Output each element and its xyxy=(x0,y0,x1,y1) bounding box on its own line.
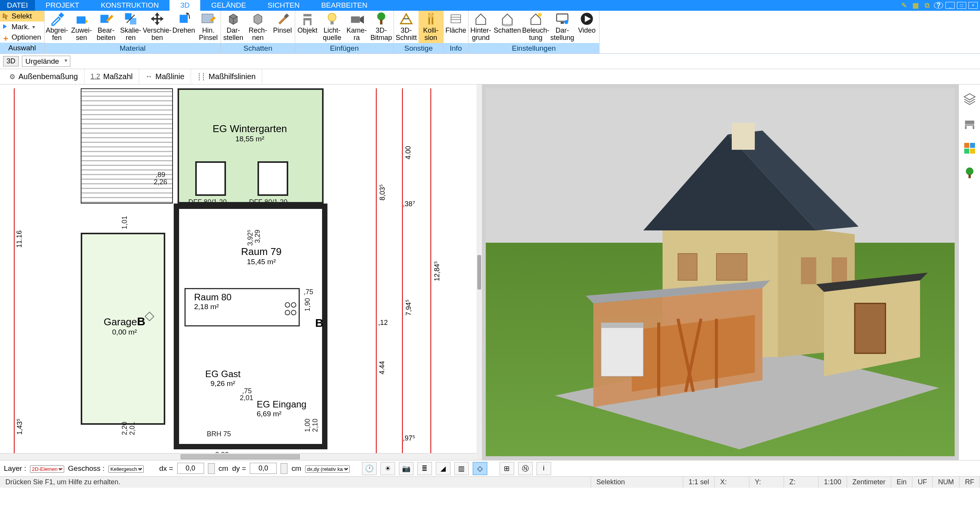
btn-abgreifen[interactable]: Abgrei-fen xyxy=(45,11,69,43)
btn-flaeche[interactable]: Fläche xyxy=(443,11,468,43)
scroll-thumb[interactable] xyxy=(181,454,300,459)
footer-tools: Layer : 2D-Elemen Geschoss : Kellergesch… xyxy=(0,460,980,476)
bulb-icon xyxy=(324,12,340,26)
svg-rect-16 xyxy=(380,20,382,25)
btn-kollision[interactable]: Kolli-sion xyxy=(419,11,443,43)
group-einfuegen-label: Einfügen xyxy=(295,43,394,53)
btn-masshilfs[interactable]: ┊┊Maßhilfslinien xyxy=(191,69,262,84)
side-optionen[interactable]: + Optionen xyxy=(0,32,44,43)
splitter[interactable] xyxy=(477,84,482,460)
btn-lichtquelle[interactable]: Licht-quelle▾ xyxy=(320,11,344,43)
furniture-icon[interactable] xyxy=(963,117,977,131)
mini-roof2-icon[interactable]: ▥ xyxy=(454,462,469,475)
menu-konstruktion[interactable]: KONSTRUKTION xyxy=(90,0,169,11)
tool-icon-1[interactable]: ✎ xyxy=(899,2,909,9)
mini-stack-icon[interactable]: ≣ xyxy=(417,462,432,475)
layers-icon[interactable] xyxy=(963,92,977,106)
house-shadow-icon xyxy=(499,12,515,26)
btn-3dschnitt[interactable]: 3D-Schnitt xyxy=(394,11,419,43)
svg-rect-27 xyxy=(561,22,564,23)
materials-icon[interactable] xyxy=(963,141,977,155)
svg-rect-36 xyxy=(678,253,697,280)
maximize-button[interactable]: □ xyxy=(957,2,966,9)
svg-rect-52 xyxy=(964,143,969,148)
close-button[interactable]: × xyxy=(968,2,978,9)
svg-rect-47 xyxy=(601,323,643,328)
svg-rect-21 xyxy=(451,15,460,23)
bucket-icon xyxy=(73,12,90,26)
cube-show-icon xyxy=(225,12,241,26)
btn-objekt[interactable]: Objekt xyxy=(295,11,320,43)
status-ein: Ein xyxy=(891,477,912,488)
svg-rect-9 xyxy=(304,18,312,20)
mini-sun-icon[interactable]: ☀ xyxy=(380,462,395,475)
minimize-button[interactable]: _ xyxy=(945,2,955,9)
terrain-select[interactable]: Urgelände xyxy=(22,56,70,67)
trees-icon[interactable] xyxy=(963,166,977,180)
dim-190: 1,90 xyxy=(304,298,312,311)
dy-spinner[interactable] xyxy=(281,463,287,474)
hscrollbar[interactable] xyxy=(0,453,477,460)
btn-skalieren[interactable]: Skalie-ren xyxy=(118,11,143,43)
pane-2d[interactable]: 4.00 8,03⁵ ,38⁷ 12,84⁵ 7,94⁵ 4.44 ,12 ,9… xyxy=(0,84,477,460)
dim-220: 2,20 xyxy=(121,422,129,435)
mini-grid-icon[interactable]: ⊞ xyxy=(500,462,514,475)
pane-3d[interactable] xyxy=(482,84,958,460)
menu-file[interactable]: DATEI xyxy=(0,0,35,11)
status-help: Drücken Sie F1, um Hilfe zu erhalten. xyxy=(0,477,591,488)
geschoss-select[interactable]: Kellergesch xyxy=(108,465,144,473)
btn-beleuchtung[interactable]: Beleuch-tung xyxy=(522,11,550,43)
btn-rechnen[interactable]: Rech-nen xyxy=(246,11,270,43)
mini-plane-icon[interactable]: ◇ xyxy=(473,462,487,475)
menu-3d[interactable]: 3D xyxy=(169,0,200,11)
mini-north-icon[interactable]: Ⓝ xyxy=(518,462,533,475)
menu-gelaende[interactable]: GELÄNDE xyxy=(200,0,257,11)
btn-hinpinsel[interactable]: Hin.Pinsel xyxy=(196,11,221,43)
dim-201b: 2,01 xyxy=(240,394,253,402)
help-icon[interactable]: ? xyxy=(934,2,943,9)
coordmode-select[interactable]: dx,dy (relativ ka xyxy=(305,465,350,473)
dx-input[interactable] xyxy=(177,463,204,474)
btn-masslinie[interactable]: ↔Maßlinie xyxy=(139,69,191,84)
menu-sichten[interactable]: SICHTEN xyxy=(257,0,310,11)
mini-roof1-icon[interactable]: ◢ xyxy=(436,462,450,475)
btn-3dbitmap[interactable]: 3D-Bitmap xyxy=(369,11,394,43)
mini-clock-icon[interactable]: 🕐 xyxy=(362,462,377,475)
btn-zuweisen[interactable]: Zuwei-sen xyxy=(69,11,94,43)
side-mark[interactable]: Mark. ▾ xyxy=(0,22,44,32)
dim-1-43: 1,43⁵ xyxy=(15,419,24,435)
dx-spinner[interactable] xyxy=(208,463,215,474)
btn-video[interactable]: Video xyxy=(575,11,599,43)
btn-darstellung[interactable]: Dar-stellung xyxy=(550,11,575,43)
btn-aussenbemassung[interactable]: ⚙Außenbemaßung xyxy=(3,69,85,84)
mini-info-icon[interactable]: i xyxy=(537,462,551,475)
view-3d-toggle[interactable]: 3D xyxy=(3,56,19,66)
tool-icon-2[interactable]: ▦ xyxy=(911,2,920,9)
btn-kamera[interactable]: Kame-ra xyxy=(344,11,369,43)
btn-darstellen[interactable]: Dar-stellen xyxy=(221,11,246,43)
layer-select[interactable]: 2D-Elemen xyxy=(30,465,64,473)
btn-schatten-set[interactable]: Schatten xyxy=(493,11,522,43)
chair-icon xyxy=(299,12,316,26)
btn-drehen[interactable]: Drehen xyxy=(171,11,196,43)
gear-icon: ⚙ xyxy=(9,73,15,81)
svg-point-28 xyxy=(564,20,568,24)
side-selekt[interactable]: Selekt xyxy=(0,11,44,22)
status-y: Y: xyxy=(749,477,784,488)
svg-point-25 xyxy=(538,13,542,17)
dim-075: ,75 xyxy=(304,288,313,296)
svg-rect-10 xyxy=(304,20,305,25)
btn-masszahl[interactable]: 1.2Maßzahl xyxy=(85,69,140,84)
menu-projekt[interactable]: PROJEKT xyxy=(35,0,90,11)
svg-rect-50 xyxy=(965,126,967,129)
num-icon: 1.2 xyxy=(91,73,100,81)
btn-verschieben[interactable]: Verschie-ben xyxy=(143,11,171,43)
btn-pinsel[interactable]: Pinsel xyxy=(270,11,295,43)
btn-bearbeiten[interactable]: Bear-beiten xyxy=(94,11,118,43)
btn-hintergrund[interactable]: Hinter-grund xyxy=(468,11,493,43)
tool-icon-3[interactable]: ⧉ xyxy=(922,2,932,9)
menu-bearbeiten[interactable]: BEARBEITEN xyxy=(311,0,378,11)
mini-camera-icon[interactable]: 📷 xyxy=(399,462,414,475)
cube-calc-icon xyxy=(250,12,266,26)
dy-input[interactable] xyxy=(250,463,277,474)
